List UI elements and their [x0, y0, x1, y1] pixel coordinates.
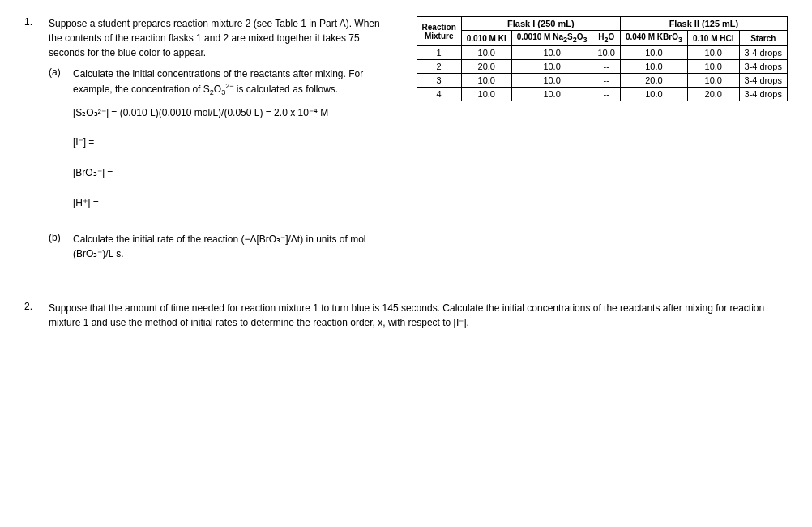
cell-mix-4: 4: [417, 88, 461, 101]
q2-content: Suppose that the amount of time needed f…: [49, 301, 788, 336]
cell-ki-2: 20.0: [461, 60, 511, 74]
question-1: 1. Suppose a student prepares reaction m…: [24, 16, 788, 274]
cell-hcl-1: 10.0: [687, 46, 739, 60]
cell-hcl-4: 20.0: [687, 88, 739, 101]
q1-table-area: Reaction Mixture Flask I (250 mL) Flask …: [408, 16, 788, 101]
th-flask2: Flask II (125 mL): [620, 17, 787, 31]
q1b-letter: (b): [49, 232, 73, 268]
cell-hcl-2: 10.0: [687, 60, 739, 74]
cell-mix-1: 1: [417, 46, 461, 60]
q1a-text: Calculate the initial concentrations of …: [73, 66, 392, 99]
cell-kbro-3: 20.0: [620, 74, 687, 88]
cell-na-1: 10.0: [511, 46, 592, 60]
table-row: 1 10.0 10.0 10.0 10.0 10.0 3-4 drops: [417, 46, 787, 60]
q1a-blank1: [I⁻] =: [73, 134, 392, 152]
cell-starch-4: 3-4 drops: [739, 88, 787, 101]
q1b-text: Calculate the initial rate of the reacti…: [73, 232, 392, 261]
q1a-blank3: [H⁺] =: [73, 195, 392, 212]
q1a-text-part3: is calculated as follows.: [233, 84, 338, 95]
section-divider: [24, 289, 788, 289]
cell-kbro-2: 10.0: [620, 60, 687, 74]
question-2: 2. Suppose that the amount of time neede…: [24, 301, 788, 336]
th-hcl: 0.10 M HCl: [687, 31, 739, 46]
table-row: 2 20.0 10.0 -- 10.0 10.0 3-4 drops: [417, 60, 787, 74]
q1a-content: Calculate the initial concentrations of …: [73, 66, 392, 225]
th-kbro: 0.040 M KBrO3: [620, 31, 687, 46]
reaction-table-wrapper: Reaction Mixture Flask I (250 mL) Flask …: [417, 16, 788, 101]
cell-h2o-1: 10.0: [592, 46, 620, 60]
q2-number: 2.: [24, 301, 49, 336]
q1-part-a: (a) Calculate the initial concentrations…: [49, 66, 392, 225]
th-reaction: Reaction Mixture: [417, 17, 461, 46]
th-starch: Starch: [739, 31, 787, 46]
q1a-formula: [S₂O₃²⁻] = (0.010 L)(0.0010 mol/L)/(0.05…: [73, 105, 392, 121]
q1a-blank2-label: [BrO₃⁻] =: [73, 167, 113, 178]
q2-text: Suppose that the amount of time needed f…: [49, 301, 788, 330]
cell-starch-2: 3-4 drops: [739, 60, 787, 74]
q1a-blank1-label: [I⁻] =: [73, 136, 94, 148]
cell-kbro-1: 10.0: [620, 46, 687, 60]
cell-ki-3: 10.0: [461, 74, 511, 88]
cell-na-2: 10.0: [511, 60, 592, 74]
reaction-table: Reaction Mixture Flask I (250 mL) Flask …: [417, 16, 788, 101]
q1-content: Suppose a student prepares reaction mixt…: [49, 16, 788, 274]
q1b-content: Calculate the initial rate of the reacti…: [73, 232, 392, 268]
q1-part-b: (b) Calculate the initial rate of the re…: [49, 232, 392, 268]
cell-h2o-4: --: [592, 88, 620, 101]
cell-na-4: 10.0: [511, 88, 592, 101]
table-row: 4 10.0 10.0 -- 10.0 20.0 3-4 drops: [417, 88, 787, 101]
cell-starch-1: 3-4 drops: [739, 46, 787, 60]
q1a-blank2: [BrO₃⁻] =: [73, 165, 392, 182]
th-ki: 0.010 M KI: [461, 31, 511, 46]
cell-hcl-3: 10.0: [687, 74, 739, 88]
cell-ki-4: 10.0: [461, 88, 511, 101]
q1-intro: Suppose a student prepares reaction mixt…: [49, 16, 392, 60]
cell-ki-1: 10.0: [461, 46, 511, 60]
table-row: 3 10.0 10.0 -- 20.0 10.0 3-4 drops: [417, 74, 787, 88]
q1-left: Suppose a student prepares reaction mixt…: [49, 16, 392, 274]
q1-number: 1.: [24, 16, 49, 274]
cell-h2o-2: --: [592, 60, 620, 74]
q1a-sup: 2−: [225, 82, 233, 90]
cell-na-3: 10.0: [511, 74, 592, 88]
cell-mix-2: 2: [417, 60, 461, 74]
cell-kbro-4: 10.0: [620, 88, 687, 101]
q1a-text-part2: O: [214, 84, 221, 95]
q1a-blank3-label: [H⁺] =: [73, 197, 99, 208]
cell-starch-3: 3-4 drops: [739, 74, 787, 88]
cell-h2o-3: --: [592, 74, 620, 88]
q1a-letter: (a): [49, 66, 73, 225]
th-na: 0.0010 M Na2S2O3: [511, 31, 592, 46]
cell-mix-3: 3: [417, 74, 461, 88]
th-h2o: H2O: [592, 31, 620, 46]
th-flask1: Flask I (250 mL): [461, 17, 620, 31]
